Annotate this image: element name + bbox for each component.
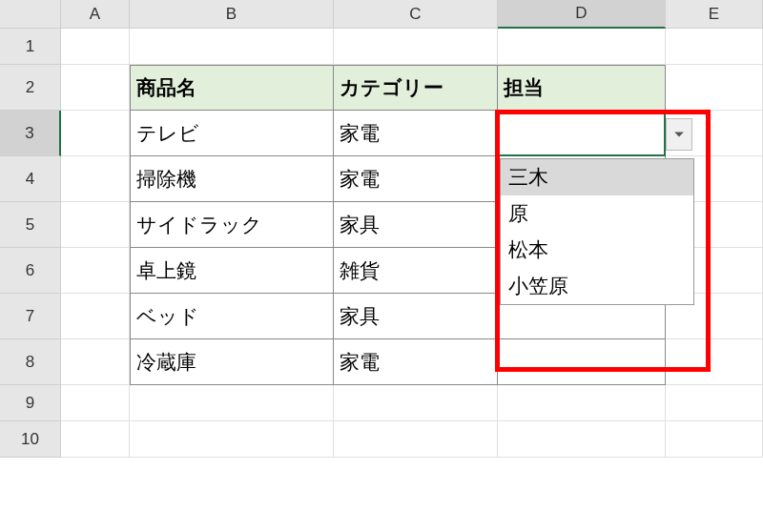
cell-D1[interactable] — [498, 29, 666, 65]
cell-B1[interactable] — [130, 29, 334, 65]
row-header-4[interactable]: 4 — [0, 156, 61, 202]
dropdown-button[interactable] — [666, 118, 692, 151]
cell-A2[interactable] — [61, 65, 130, 111]
row-header-6[interactable]: 6 — [0, 248, 61, 294]
cell-A9[interactable] — [61, 385, 130, 421]
cell-category-1[interactable]: 家電 — [334, 156, 498, 202]
cell-A7[interactable] — [61, 294, 130, 339]
row-header-7[interactable]: 7 — [0, 294, 61, 339]
col-header-D[interactable]: D — [498, 0, 666, 29]
header-product[interactable]: 商品名 — [130, 65, 334, 111]
cell-E9[interactable] — [666, 385, 763, 421]
cell-assignee-0[interactable]: 三木 原 松本 小笠原 — [498, 111, 666, 156]
cell-A8[interactable] — [61, 339, 130, 385]
cell-A10[interactable] — [61, 421, 130, 458]
row-header-1[interactable]: 1 — [0, 29, 61, 65]
cell-product-4[interactable]: ベッド — [130, 294, 334, 339]
row-headers: 1 2 3 4 5 6 7 8 9 10 — [0, 29, 61, 458]
dropdown-option-0[interactable]: 三木 — [501, 159, 693, 195]
header-category[interactable]: カテゴリー — [334, 65, 498, 111]
cell-product-3[interactable]: 卓上鏡 — [130, 248, 334, 294]
dropdown-option-1[interactable]: 原 — [501, 195, 693, 232]
cell-category-4[interactable]: 家具 — [334, 294, 498, 339]
cell-B10[interactable] — [130, 421, 334, 458]
cell-C9[interactable] — [334, 385, 498, 421]
cell-D9[interactable] — [498, 385, 666, 421]
row-header-8[interactable]: 8 — [0, 339, 61, 385]
row-header-3[interactable]: 3 — [0, 111, 61, 156]
col-header-E[interactable]: E — [666, 0, 763, 29]
cell-A3[interactable] — [61, 111, 130, 156]
cell-C10[interactable] — [334, 421, 498, 458]
col-header-B[interactable]: B — [130, 0, 334, 29]
col-header-C[interactable]: C — [334, 0, 498, 29]
chevron-down-icon — [673, 129, 685, 140]
cell-D10[interactable] — [498, 421, 666, 458]
cell-B9[interactable] — [130, 385, 334, 421]
cell-A5[interactable] — [61, 202, 130, 248]
cell-A1[interactable] — [61, 29, 130, 65]
cell-category-5[interactable]: 家電 — [334, 339, 498, 385]
row-header-10[interactable]: 10 — [0, 421, 61, 458]
cell-E8[interactable] — [666, 339, 763, 385]
cell-E1[interactable] — [666, 29, 763, 65]
dropdown-option-3[interactable]: 小笠原 — [501, 268, 693, 304]
dropdown-list: 三木 原 松本 小笠原 — [500, 158, 694, 305]
cell-E10[interactable] — [666, 421, 763, 458]
cell-category-3[interactable]: 雑貨 — [334, 248, 498, 294]
cell-A6[interactable] — [61, 248, 130, 294]
cell-assignee-5[interactable] — [498, 339, 666, 385]
row-header-9[interactable]: 9 — [0, 385, 61, 421]
cell-category-2[interactable]: 家具 — [334, 202, 498, 248]
cell-product-1[interactable]: 掃除機 — [130, 156, 334, 202]
cell-product-2[interactable]: サイドラック — [130, 202, 334, 248]
cell-product-0[interactable]: テレビ — [130, 111, 334, 156]
cell-A4[interactable] — [61, 156, 130, 202]
cell-product-5[interactable]: 冷蔵庫 — [130, 339, 334, 385]
column-headers: A B C D E — [61, 0, 763, 29]
cell-C1[interactable] — [334, 29, 498, 65]
row-header-2[interactable]: 2 — [0, 65, 61, 111]
cell-category-0[interactable]: 家電 — [334, 111, 498, 156]
col-header-A[interactable]: A — [61, 0, 130, 29]
header-assignee[interactable]: 担当 — [498, 65, 666, 111]
dropdown-option-2[interactable]: 松本 — [501, 232, 693, 268]
select-all-corner[interactable] — [0, 0, 61, 29]
row-header-5[interactable]: 5 — [0, 202, 61, 248]
cell-E2[interactable] — [666, 65, 763, 111]
cell-grid: 商品名 カテゴリー 担当 テレビ 家電 三木 原 松本 小笠原 — [61, 29, 763, 458]
